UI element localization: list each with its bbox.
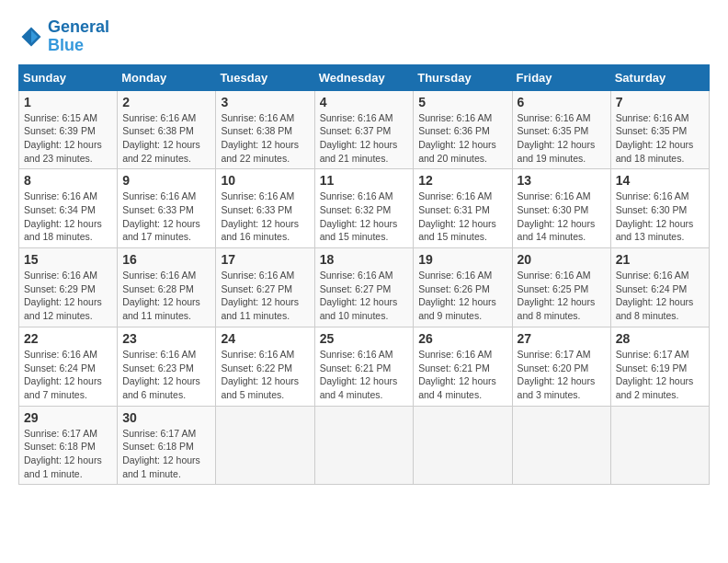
day-info: Sunrise: 6:16 AM Sunset: 6:21 PM Dayligh… (320, 348, 409, 402)
calendar-cell: 6 Sunrise: 6:16 AM Sunset: 6:35 PM Dayli… (512, 90, 610, 169)
day-info: Sunrise: 6:16 AM Sunset: 6:36 PM Dayligh… (418, 111, 506, 166)
day-number: 19 (418, 252, 506, 267)
col-header-wednesday: Wednesday (314, 64, 414, 90)
calendar-cell: 21 Sunrise: 6:16 AM Sunset: 6:24 PM Dayl… (610, 248, 709, 327)
calendar-cell: 25 Sunrise: 6:16 AM Sunset: 6:21 PM Dayl… (314, 327, 414, 406)
calendar-cell: 1 Sunrise: 6:15 AM Sunset: 6:39 PM Dayli… (19, 90, 118, 169)
calendar-cell: 5 Sunrise: 6:16 AM Sunset: 6:36 PM Dayli… (414, 90, 512, 169)
day-info: Sunrise: 6:15 AM Sunset: 6:39 PM Dayligh… (24, 111, 112, 166)
calendar-cell: 16 Sunrise: 6:16 AM Sunset: 6:28 PM Dayl… (118, 248, 216, 327)
calendar-cell: 18 Sunrise: 6:16 AM Sunset: 6:27 PM Dayl… (314, 248, 414, 327)
day-number: 1 (24, 95, 112, 109)
day-number: 4 (320, 95, 409, 109)
calendar-cell (314, 406, 414, 485)
day-info: Sunrise: 6:16 AM Sunset: 6:30 PM Dayligh… (616, 190, 704, 244)
calendar-cell: 2 Sunrise: 6:16 AM Sunset: 6:38 PM Dayli… (118, 90, 216, 169)
page-header: General Blue (18, 18, 710, 55)
day-info: Sunrise: 6:16 AM Sunset: 6:37 PM Dayligh… (320, 111, 409, 166)
day-info: Sunrise: 6:16 AM Sunset: 6:27 PM Dayligh… (320, 269, 409, 323)
day-number: 6 (518, 95, 606, 109)
day-info: Sunrise: 6:16 AM Sunset: 6:35 PM Dayligh… (518, 111, 606, 166)
day-info: Sunrise: 6:16 AM Sunset: 6:33 PM Dayligh… (221, 190, 309, 244)
col-header-friday: Friday (512, 64, 610, 90)
day-info: Sunrise: 6:16 AM Sunset: 6:32 PM Dayligh… (320, 190, 409, 244)
calendar-cell (414, 406, 512, 485)
day-number: 25 (320, 331, 409, 346)
day-number: 29 (24, 410, 112, 425)
day-number: 13 (518, 173, 606, 188)
day-number: 9 (122, 173, 210, 188)
calendar-cell: 29 Sunrise: 6:17 AM Sunset: 6:18 PM Dayl… (19, 406, 118, 485)
col-header-thursday: Thursday (414, 64, 512, 90)
calendar-week-row: 29 Sunrise: 6:17 AM Sunset: 6:18 PM Dayl… (19, 406, 710, 485)
day-number: 14 (616, 173, 704, 188)
col-header-tuesday: Tuesday (216, 64, 314, 90)
calendar-header-row: SundayMondayTuesdayWednesdayThursdayFrid… (19, 64, 710, 90)
day-number: 5 (418, 95, 506, 109)
day-info: Sunrise: 6:16 AM Sunset: 6:38 PM Dayligh… (221, 111, 309, 166)
logo-icon (18, 24, 44, 50)
day-info: Sunrise: 6:16 AM Sunset: 6:38 PM Dayligh… (122, 111, 210, 166)
day-number: 18 (320, 252, 409, 267)
calendar-cell: 8 Sunrise: 6:16 AM Sunset: 6:34 PM Dayli… (19, 169, 118, 248)
day-number: 15 (24, 252, 112, 267)
day-number: 26 (418, 331, 506, 346)
calendar-week-row: 8 Sunrise: 6:16 AM Sunset: 6:34 PM Dayli… (19, 169, 710, 248)
day-info: Sunrise: 6:17 AM Sunset: 6:20 PM Dayligh… (518, 348, 606, 402)
day-info: Sunrise: 6:17 AM Sunset: 6:19 PM Dayligh… (616, 348, 704, 402)
day-info: Sunrise: 6:16 AM Sunset: 6:27 PM Dayligh… (221, 269, 309, 323)
calendar-cell (610, 406, 709, 485)
day-number: 27 (518, 331, 606, 346)
calendar-week-row: 22 Sunrise: 6:16 AM Sunset: 6:24 PM Dayl… (19, 327, 710, 406)
calendar-cell: 22 Sunrise: 6:16 AM Sunset: 6:24 PM Dayl… (19, 327, 118, 406)
calendar-cell: 7 Sunrise: 6:16 AM Sunset: 6:35 PM Dayli… (610, 90, 709, 169)
col-header-monday: Monday (118, 64, 216, 90)
day-info: Sunrise: 6:16 AM Sunset: 6:24 PM Dayligh… (616, 269, 704, 323)
calendar-cell: 11 Sunrise: 6:16 AM Sunset: 6:32 PM Dayl… (314, 169, 414, 248)
day-info: Sunrise: 6:16 AM Sunset: 6:28 PM Dayligh… (122, 269, 210, 323)
calendar-cell: 9 Sunrise: 6:16 AM Sunset: 6:33 PM Dayli… (118, 169, 216, 248)
day-number: 28 (616, 331, 704, 346)
day-number: 16 (122, 252, 210, 267)
calendar-cell: 27 Sunrise: 6:17 AM Sunset: 6:20 PM Dayl… (512, 327, 610, 406)
day-number: 2 (122, 95, 210, 109)
calendar-week-row: 1 Sunrise: 6:15 AM Sunset: 6:39 PM Dayli… (19, 90, 710, 169)
day-info: Sunrise: 6:16 AM Sunset: 6:31 PM Dayligh… (418, 190, 506, 244)
day-number: 23 (122, 331, 210, 346)
day-info: Sunrise: 6:16 AM Sunset: 6:34 PM Dayligh… (24, 190, 112, 244)
calendar-cell: 10 Sunrise: 6:16 AM Sunset: 6:33 PM Dayl… (216, 169, 314, 248)
calendar-cell: 3 Sunrise: 6:16 AM Sunset: 6:38 PM Dayli… (216, 90, 314, 169)
calendar-cell: 4 Sunrise: 6:16 AM Sunset: 6:37 PM Dayli… (314, 90, 414, 169)
calendar-cell: 23 Sunrise: 6:16 AM Sunset: 6:23 PM Dayl… (118, 327, 216, 406)
day-number: 22 (24, 331, 112, 346)
calendar-cell: 15 Sunrise: 6:16 AM Sunset: 6:29 PM Dayl… (19, 248, 118, 327)
col-header-saturday: Saturday (610, 64, 709, 90)
day-number: 30 (122, 410, 210, 425)
calendar-cell: 28 Sunrise: 6:17 AM Sunset: 6:19 PM Dayl… (610, 327, 709, 406)
logo-text: General Blue (48, 18, 109, 55)
calendar-cell: 19 Sunrise: 6:16 AM Sunset: 6:26 PM Dayl… (414, 248, 512, 327)
calendar-cell: 20 Sunrise: 6:16 AM Sunset: 6:25 PM Dayl… (512, 248, 610, 327)
calendar-week-row: 15 Sunrise: 6:16 AM Sunset: 6:29 PM Dayl… (19, 248, 710, 327)
calendar-cell: 12 Sunrise: 6:16 AM Sunset: 6:31 PM Dayl… (414, 169, 512, 248)
day-number: 3 (221, 95, 309, 109)
calendar-cell: 17 Sunrise: 6:16 AM Sunset: 6:27 PM Dayl… (216, 248, 314, 327)
day-number: 7 (616, 95, 704, 109)
day-info: Sunrise: 6:16 AM Sunset: 6:30 PM Dayligh… (518, 190, 606, 244)
calendar-cell: 30 Sunrise: 6:17 AM Sunset: 6:18 PM Dayl… (118, 406, 216, 485)
day-number: 20 (518, 252, 606, 267)
day-info: Sunrise: 6:17 AM Sunset: 6:18 PM Dayligh… (24, 427, 112, 481)
day-info: Sunrise: 6:16 AM Sunset: 6:22 PM Dayligh… (221, 348, 309, 402)
calendar-cell: 26 Sunrise: 6:16 AM Sunset: 6:21 PM Dayl… (414, 327, 512, 406)
day-info: Sunrise: 6:16 AM Sunset: 6:25 PM Dayligh… (518, 269, 606, 323)
col-header-sunday: Sunday (19, 64, 118, 90)
day-info: Sunrise: 6:16 AM Sunset: 6:29 PM Dayligh… (24, 269, 112, 323)
calendar-cell (216, 406, 314, 485)
day-number: 10 (221, 173, 309, 188)
logo: General Blue (18, 18, 109, 55)
day-info: Sunrise: 6:16 AM Sunset: 6:33 PM Dayligh… (122, 190, 210, 244)
day-number: 21 (616, 252, 704, 267)
calendar-cell (512, 406, 610, 485)
day-info: Sunrise: 6:16 AM Sunset: 6:35 PM Dayligh… (616, 111, 704, 166)
calendar-cell: 13 Sunrise: 6:16 AM Sunset: 6:30 PM Dayl… (512, 169, 610, 248)
